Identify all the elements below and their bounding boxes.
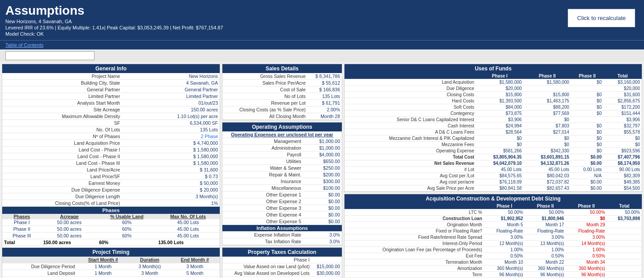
sales-value: 2.00% [308, 106, 342, 113]
acq-p2: 50.00% [525, 209, 566, 216]
uses-total: $20,000 [603, 86, 642, 92]
uses-p3: $0 [571, 79, 603, 86]
uses-p3: $0.00 [571, 185, 603, 192]
acq-label: Origination Loan Fee (as Percentage of P… [345, 247, 484, 253]
uses-p1: $1,393,500 [476, 98, 524, 104]
uses-label: Hard Costs [345, 98, 476, 104]
uses-label: Due Diligence [345, 86, 476, 92]
op-value: $100.00 [303, 185, 342, 192]
general-info-value: Limited Partner [122, 93, 220, 100]
phases-total-lots: 135.00 Lots [156, 239, 220, 246]
acq-label: Interest-Only Period [345, 241, 484, 247]
model-check-label: Model Check: OK [5, 31, 639, 37]
phase-name: Phase I [2, 219, 41, 226]
general-info-label: Due Diligence Length [2, 193, 122, 200]
uses-p1: $3,906 [476, 117, 524, 123]
timing-label-header [2, 257, 77, 263]
uses-p3: $0.00 [571, 179, 603, 185]
prop-tax-value: $30,000.00 [312, 270, 342, 277]
op-label: Insurance [222, 178, 303, 185]
op-value: $4,000.00 [303, 151, 342, 158]
sales-label: Gross Sales Revenue [222, 73, 308, 80]
table-of-contents-link[interactable]: Table of Contents [0, 41, 49, 49]
op-label: Water & Sewer [222, 165, 303, 172]
uses-total: $32,797 [603, 123, 642, 129]
sales-value: Month 28 [308, 113, 342, 120]
uses-total: $151,444 [603, 110, 642, 117]
acq-p1: 3.00% [484, 234, 525, 241]
main-content: General Info Project Name New HorizonsBu… [0, 62, 644, 278]
general-info-value: 150.00 acres [122, 106, 220, 113]
op-value: $1,000.00 [303, 145, 342, 151]
sales-details-header: Sales Details [222, 64, 342, 73]
acq-p2: 360 Month(s) [525, 266, 566, 272]
uses-p3: $0 [571, 110, 603, 117]
general-info-header: General Info [2, 64, 220, 73]
uses-p2: $0 [524, 117, 571, 123]
uses-total: $8,174,950 [603, 160, 642, 167]
op-value: $1,000.00 [303, 138, 342, 145]
phase-lots: 45.00 Lots [156, 219, 220, 226]
timing-label: Due Diligence Period [2, 263, 77, 270]
acq-p1-header: Phase I [484, 203, 525, 209]
op-value: $250.00 [303, 165, 342, 172]
uses-label: Contegency [345, 110, 476, 117]
acq-p3: 1.00% [566, 247, 607, 253]
op-value: $0.00 [303, 198, 342, 205]
right-panel: Uses of Funds Phase I Phase II Phase II … [344, 64, 642, 278]
op-label: Repair & Maint. [222, 172, 303, 178]
acq-p3: 50.00% [566, 209, 607, 216]
acq-total [607, 222, 642, 228]
op-label: Payroll [222, 151, 303, 158]
acq-label: Termination Month [345, 259, 484, 266]
lots-col-header: Max No. Of Lots [156, 214, 220, 219]
uses-total: $82,309 [603, 173, 642, 179]
general-info-value: $ 1,580,000 [122, 153, 220, 160]
uses-total: $49,385 [603, 179, 642, 185]
sales-value: 135 Lots [308, 93, 342, 100]
acq-p2: $1,800,946 [525, 216, 566, 222]
acq-total [607, 253, 642, 259]
phase-usable: 60% [97, 233, 156, 239]
uses-p3: $0 [571, 98, 603, 104]
uses-p1: $0 [476, 142, 524, 148]
uses-label: Operating Expense [345, 148, 476, 154]
page-title: Assumptions [5, 4, 639, 18]
acq-p3: 3.00% [566, 234, 607, 241]
uses-label: Soft Costs [345, 104, 476, 110]
acq-total [607, 228, 642, 234]
prop-tax-value: $15,000.00 [312, 263, 342, 270]
general-info-label: Land Acquisition Price [2, 140, 122, 147]
phase-name: Phase III [2, 233, 41, 239]
acq-p2-header: Phase II [525, 203, 566, 209]
uses-label: Mezzanine Fees [345, 142, 476, 148]
acq-label-header [345, 203, 484, 209]
uses-total: $172,200 [603, 104, 642, 110]
prop-tax-label: Mileage Rate [222, 277, 312, 278]
sales-value: $ 166,836 [308, 86, 342, 93]
property-taxes-table: Phase I Value Assed on raw Land (p/lot) … [222, 257, 342, 278]
general-info-value: 6,534,000 SF [122, 120, 220, 127]
op-subtitle: Operating Expenses per unclosed lot per … [222, 131, 342, 138]
uses-p2: $342,330 [524, 148, 571, 154]
acq-p1: 96 Month(s) [484, 272, 525, 278]
acq-p2: Month 22 [525, 259, 566, 266]
timing-duration: 3 Month(s) [129, 263, 170, 270]
op-label: Other Expense 1 [222, 192, 303, 198]
uses-p2: $0 [524, 135, 571, 142]
uses-total: $31,600 [603, 92, 642, 98]
general-info-label: Earnest Money [2, 180, 122, 187]
inflation-label: Expense Inflation Rate [222, 232, 303, 238]
uses-p1: $581,266 [476, 148, 524, 154]
acq-label: Exit Fee [345, 253, 484, 259]
timing-label: Land Deposit [2, 270, 77, 277]
uses-total: $7,407,796 [603, 154, 642, 160]
uses-p3: N/A [571, 173, 603, 179]
recalculate-button[interactable]: Click to recalculate [568, 9, 635, 27]
uses-p3: $0 [571, 135, 603, 142]
uses-table: Phase I Phase II Phase II Total Land Acq… [345, 73, 642, 192]
sales-value: $ 8,341,786 [308, 73, 342, 80]
uses-of-funds-header: Uses of Funds [345, 64, 642, 73]
property-taxes-panel: Property Taxes Calculation Phase I Value… [222, 247, 342, 278]
search-input[interactable] [5, 51, 94, 60]
